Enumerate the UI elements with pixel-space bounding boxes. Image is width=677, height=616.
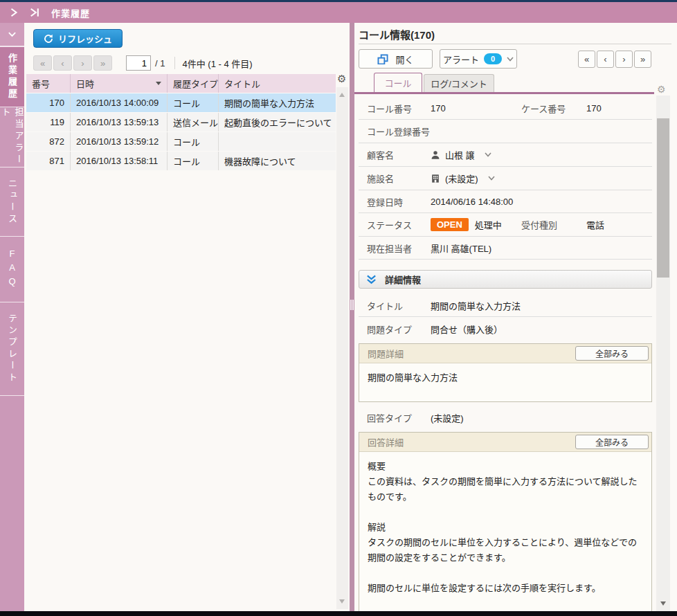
column-header-datetime[interactable]: 日時 <box>71 74 168 93</box>
table-settings-gear-icon[interactable]: ⚙ <box>337 73 346 85</box>
table-row[interactable]: 170 2016/10/13 14:00:09 コール 期間の簡単な入力方法 <box>26 93 336 112</box>
see-all-button[interactable]: 全部みる <box>575 346 649 361</box>
nav-last-button[interactable]: » <box>634 51 651 68</box>
field-row: タイトル 期間の簡単な入力方法 <box>359 294 652 317</box>
field-row: コール登録番号 <box>359 120 652 143</box>
scroll-up-icon[interactable] <box>339 93 345 97</box>
list-scrollbar[interactable] <box>336 87 348 609</box>
open-button[interactable]: 開く <box>359 49 433 69</box>
scroll-down-icon[interactable] <box>339 599 345 604</box>
alert-dropdown-button[interactable]: アラート 0 <box>440 49 517 69</box>
sidebar-tab-template[interactable]: テンプレート <box>0 302 24 396</box>
sidebar-tab-faq[interactable]: FAQ <box>0 237 24 302</box>
table-body: 170 2016/10/13 14:00:09 コール 期間の簡単な入力方法 1… <box>26 93 336 170</box>
table-row[interactable]: 119 2016/10/13 13:59:13 送信メール 起動直後のエラーにつ… <box>26 113 336 132</box>
page-number-input[interactable] <box>126 55 151 71</box>
chevron-down-icon <box>8 31 17 37</box>
problem-detail-content: 期間の簡単な入力方法 <box>359 363 651 401</box>
first-page-button[interactable]: « <box>33 55 52 71</box>
next-page-button[interactable]: › <box>73 55 92 71</box>
field-label: ケース番号 <box>521 102 586 115</box>
nav-first-button[interactable]: « <box>578 51 595 68</box>
tab-underline <box>354 92 654 94</box>
sidebar-collapse-button[interactable] <box>0 23 24 47</box>
facility-dropdown-icon[interactable] <box>488 176 495 181</box>
scroll-down-icon[interactable] <box>660 601 666 606</box>
chevron-down-icon <box>507 57 514 62</box>
detail-settings-gear-icon[interactable]: ⚙ <box>657 84 666 95</box>
customer-dropdown-icon[interactable] <box>485 152 491 157</box>
field-value: 170 <box>586 103 602 114</box>
field-value: 問合せ（購入後） <box>431 323 503 336</box>
pagination-bar: « ‹ › » / 1 4件中 (1 - 4 件目) <box>33 55 253 71</box>
field-label: 顧客名 <box>367 148 431 161</box>
title-divider <box>359 44 671 44</box>
field-label: 問題タイプ <box>367 323 431 336</box>
detail-panel-title: コール情報(170) <box>359 27 435 42</box>
field-value: (未設定) <box>431 411 464 424</box>
field-row: 登録日時 2014/06/16 14:48:00 <box>359 190 652 213</box>
last-page-button[interactable]: » <box>93 55 112 71</box>
app-header: 作業履歴 <box>0 2 677 23</box>
field-label: コール登録番号 <box>367 125 431 138</box>
nav-prev-button[interactable]: ‹ <box>597 51 614 68</box>
column-header-type[interactable]: 履歴タイプ <box>168 74 219 93</box>
tab-call[interactable]: コール <box>374 73 422 92</box>
field-row: 現在担当者 黒川 高雄(TEL) <box>359 237 652 260</box>
field-value: 黒川 高雄(TEL) <box>431 242 491 255</box>
field-label: 施設名 <box>367 172 431 185</box>
table-row[interactable]: 871 2016/10/13 13:58:11 コール 機器故障について <box>26 152 336 170</box>
call-form: コール番号 170 ケース番号 170 コール登録番号 顧客名 山根 譲 施設名… <box>359 97 652 611</box>
column-header-number[interactable]: 番号 <box>26 74 71 93</box>
panel-splitter[interactable] <box>350 23 354 611</box>
field-row: 回答タイプ (未設定) <box>359 406 652 429</box>
column-header-title[interactable]: タイトル <box>219 74 336 93</box>
splitter-grip-icon[interactable] <box>350 300 354 310</box>
nav-next-button[interactable]: › <box>615 51 633 68</box>
field-label: 現在担当者 <box>367 242 431 255</box>
history-list-panel: リフレッシュ « ‹ › » / 1 4件中 (1 - 4 件目) 番号 日時 … <box>24 23 350 611</box>
refresh-button[interactable]: リフレッシュ <box>33 29 123 48</box>
building-icon <box>431 174 440 183</box>
tab-log-comment[interactable]: ログ/コメント <box>424 74 494 92</box>
see-all-button[interactable]: 全部みる <box>575 435 649 449</box>
page-total: / 1 <box>155 58 165 69</box>
answer-detail-header: 回答詳細 全部みる <box>359 433 651 452</box>
sidebar-tab-assigned-alerts[interactable]: 担当アラート <box>0 107 24 167</box>
detail-scrollbar[interactable] <box>656 96 670 611</box>
expand-panel-icon[interactable] <box>7 7 21 18</box>
customer-link[interactable]: 山根 譲 <box>445 148 475 161</box>
problem-detail-box: 問題詳細 全部みる 期間の簡単な入力方法 <box>359 343 652 402</box>
open-window-icon <box>377 54 388 64</box>
page-title: 作業履歴 <box>51 6 90 19</box>
person-icon <box>431 150 440 160</box>
table-row[interactable]: 872 2016/10/13 13:59:12 コール <box>26 132 336 151</box>
facility-link[interactable]: (未設定) <box>445 172 478 185</box>
field-label: 回答タイプ <box>367 411 431 424</box>
sort-desc-icon <box>156 82 161 85</box>
alert-count-badge: 0 <box>484 53 502 64</box>
field-value: 電話 <box>586 218 604 231</box>
field-label: コール番号 <box>367 102 431 115</box>
detail-section-title: 詳細情報 <box>385 273 421 286</box>
sidebar-tab-news[interactable]: ニュース <box>0 167 24 237</box>
detail-section-collapse-bar[interactable]: 詳細情報 <box>359 270 652 289</box>
pager-divider <box>174 57 175 69</box>
status-value: 処理中 <box>475 218 502 231</box>
sidebar-tab-work-history[interactable]: 作業履歴 <box>0 47 24 107</box>
sidebar: 作業履歴 担当アラート ニュース FAQ テンプレート <box>0 23 24 611</box>
answer-detail-content: 概要 この資料は、タスクの期間を簡単に入力する方法について解説したものです。 解… <box>359 452 651 611</box>
history-table: 番号 日時 履歴タイプ タイトル 170 2016/10/13 14:00:09… <box>26 74 336 171</box>
status-open-badge: OPEN <box>431 218 469 231</box>
prev-page-button[interactable]: ‹ <box>53 55 72 71</box>
call-detail-panel: コール情報(170) 開く アラート 0 « ‹ › » コール ログ/コメント… <box>354 23 677 611</box>
field-label: ステータス <box>367 218 431 231</box>
collapse-to-edge-icon[interactable] <box>28 7 42 18</box>
field-label: タイトル <box>367 299 431 312</box>
scrollbar-thumb[interactable] <box>657 118 669 278</box>
double-chevron-down-icon <box>366 275 377 284</box>
field-value: 期間の簡単な入力方法 <box>431 299 521 312</box>
field-row-facility: 施設名 (未設定) <box>359 167 652 190</box>
answer-detail-box: 回答詳細 全部みる 概要 この資料は、タスクの期間を簡単に入力する方法について解… <box>359 432 652 611</box>
detail-tabs: コール ログ/コメント <box>354 73 677 92</box>
